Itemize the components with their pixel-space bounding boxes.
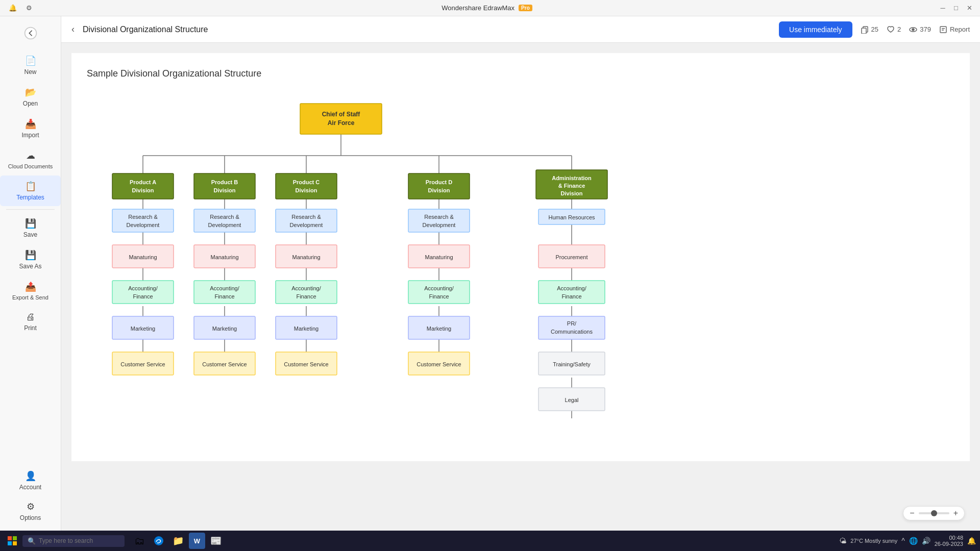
search-icon: 🔍 [28, 537, 36, 545]
sidebar-item-cloud[interactable]: ☁ Cloud Documents [0, 145, 61, 174]
sidebar: 📄 New 📂 Open 📥 Import ☁ Cloud Documents … [0, 16, 61, 531]
svg-text:Customer Service: Customer Service [202, 361, 247, 367]
use-immediately-btn[interactable]: Use immediately [779, 21, 852, 38]
settings-icon[interactable]: ⚙ [22, 2, 36, 15]
svg-text:Marketing: Marketing [212, 325, 237, 332]
zoom-in-btn[interactable]: + [953, 509, 958, 518]
header-actions: Use immediately 25 2 379 Report [779, 21, 970, 38]
svg-text:Manaturing: Manaturing [292, 254, 320, 260]
close-btn[interactable]: ✕ [965, 4, 974, 13]
svg-rect-90 [276, 281, 337, 304]
svg-text:Marketing: Marketing [131, 325, 155, 332]
sidebar-item-saveas[interactable]: 💾 Save As [0, 244, 61, 275]
taskbar-time: 00:48 26-09-2023 [935, 535, 963, 547]
minimize-btn[interactable]: ─ [938, 4, 947, 13]
sidebar-item-options[interactable]: ⚙ Options [0, 496, 61, 527]
search-input[interactable] [39, 537, 115, 544]
svg-text:Research &: Research & [128, 214, 158, 220]
template-header: ‹ Divisional Organizational Structure Us… [61, 16, 980, 43]
sidebar-back-btn[interactable] [18, 20, 43, 46]
taskbar-app-edge[interactable] [150, 532, 167, 549]
svg-text:Accounting/: Accounting/ [210, 285, 239, 291]
svg-text:Product B: Product B [211, 179, 238, 185]
maximize-btn[interactable]: □ [951, 4, 961, 13]
sidebar-item-save[interactable]: 💾 Save [0, 213, 61, 243]
svg-rect-97 [408, 209, 470, 232]
svg-text:Finance: Finance [429, 293, 449, 299]
svg-rect-116 [538, 316, 605, 339]
new-icon: 📄 [25, 55, 36, 66]
svg-text:Customer Service: Customer Service [284, 361, 328, 367]
svg-text:Legal: Legal [565, 397, 579, 403]
taskbar-app-explorer[interactable]: 🗂 [131, 532, 148, 549]
options-icon: ⚙ [27, 501, 35, 512]
taskbar-app-files[interactable]: 📁 [169, 532, 187, 549]
diagram-container: Sample Divisional Organizational Structu… [71, 53, 970, 461]
svg-rect-126 [13, 541, 17, 545]
taskbar-app-word[interactable]: W [189, 533, 205, 549]
weather-text: 27°C Mostly sunny [850, 538, 897, 544]
zoom-out-btn[interactable]: − [910, 509, 914, 518]
svg-text:PR/: PR/ [567, 320, 577, 327]
template-title: Divisional Organizational Structure [83, 25, 771, 34]
taskbar-search[interactable]: 🔍 [22, 535, 125, 547]
app-name: Wondershare EdrawMax [442, 4, 514, 12]
sidebar-item-import[interactable]: 📥 Import [0, 113, 61, 144]
svg-text:Air Force: Air Force [328, 119, 355, 127]
sidebar-item-account[interactable]: 👤 Account [0, 465, 61, 496]
svg-rect-48 [194, 173, 255, 199]
content-area: ‹ Divisional Organizational Structure Us… [61, 16, 980, 531]
svg-text:Accounting/: Accounting/ [128, 285, 158, 291]
svg-rect-61 [112, 209, 174, 232]
svg-rect-78 [194, 281, 255, 304]
svg-text:Procurement: Procurement [556, 254, 588, 260]
svg-text:Development: Development [208, 222, 241, 228]
sidebar-item-templates[interactable]: 📋 Templates [0, 176, 61, 206]
network-icon[interactable]: 🌐 [909, 537, 918, 545]
sidebar-item-print[interactable]: 🖨 Print [0, 307, 61, 337]
svg-text:Finance: Finance [296, 293, 316, 299]
sidebar-divider-1 [6, 209, 55, 210]
svg-text:Training/Safety: Training/Safety [553, 361, 591, 367]
sidebar-item-open[interactable]: 📂 Open [0, 82, 61, 112]
taskbar: 🔍 🗂 📁 W 📰 🌤 27°C Mostly sunny ^ 🌐 🔊 00:4… [0, 531, 980, 551]
sidebar-item-export[interactable]: 📤 Export & Send [0, 276, 61, 306]
notifications-taskbar-icon[interactable]: 🔔 [967, 537, 976, 545]
saveas-icon: 💾 [25, 249, 36, 261]
title-bar: 🔔 ⚙ Wondershare EdrawMax Pro ─ □ ✕ [0, 0, 980, 16]
svg-text:Human Resources: Human Resources [548, 214, 595, 220]
views-stat: 379 [909, 26, 931, 34]
svg-text:Product C: Product C [293, 179, 320, 185]
report-btn[interactable]: Report [939, 26, 970, 34]
svg-rect-42 [300, 104, 382, 134]
diagram-area[interactable]: Sample Divisional Organizational Structu… [61, 43, 980, 531]
system-tray[interactable]: ^ [901, 537, 905, 545]
svg-text:Division: Division [561, 190, 583, 196]
svg-text:& Finance: & Finance [558, 183, 585, 189]
taskbar-apps: 🗂 📁 W 📰 [131, 532, 837, 549]
taskbar-app-other[interactable]: 📰 [207, 532, 225, 549]
svg-text:Manaturing: Manaturing [210, 254, 238, 260]
sidebar-item-new[interactable]: 📄 New [0, 50, 61, 81]
svg-rect-5 [940, 27, 946, 33]
svg-rect-45 [112, 173, 174, 199]
svg-rect-124 [13, 536, 17, 540]
weather-icon: 🌤 [839, 537, 846, 545]
account-icon: 👤 [25, 470, 36, 482]
svg-text:Division: Division [428, 187, 450, 193]
sidebar-menu: 📄 New 📂 Open 📥 Import ☁ Cloud Documents … [0, 50, 61, 337]
svg-text:Development: Development [127, 222, 160, 228]
print-icon: 🖨 [26, 312, 35, 322]
zoom-control: − + [903, 506, 965, 520]
start-button[interactable] [4, 533, 20, 549]
notifications-icon[interactable]: 🔔 [6, 2, 19, 15]
import-icon: 📥 [25, 118, 36, 130]
zoom-slider[interactable] [919, 512, 949, 514]
export-icon: 📤 [25, 281, 36, 292]
svg-text:Customer Service: Customer Service [120, 361, 165, 367]
header-back-btn[interactable]: ‹ [71, 24, 75, 35]
svg-text:Marketing: Marketing [427, 325, 451, 332]
likes-stat: 2 [887, 26, 901, 34]
volume-icon[interactable]: 🔊 [922, 537, 930, 545]
svg-text:Accounting/: Accounting/ [557, 285, 586, 291]
